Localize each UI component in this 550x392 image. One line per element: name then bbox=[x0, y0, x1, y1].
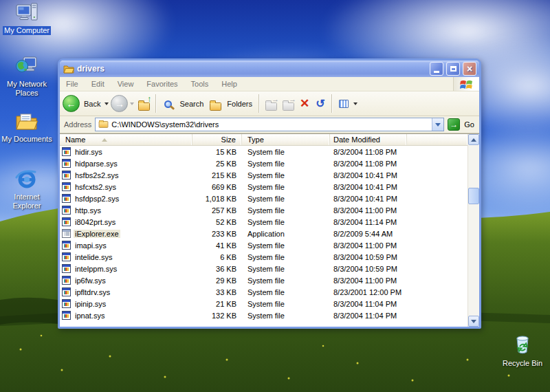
file-view: Name Size Type Date Modified hidir.sys15… bbox=[60, 133, 479, 327]
toolbar: ← Back → ↑ Search Folders → → ✕ bbox=[60, 91, 479, 116]
up-button[interactable]: ↑ bbox=[136, 97, 151, 111]
title-bar[interactable]: drivers × bbox=[60, 61, 479, 77]
scroll-up-button[interactable] bbox=[468, 134, 479, 145]
system-file-icon bbox=[62, 171, 71, 179]
scrollbar-track[interactable] bbox=[468, 145, 479, 316]
file-size: 15 KB bbox=[192, 148, 242, 156]
file-type: System file bbox=[242, 183, 330, 191]
back-dropdown-icon[interactable] bbox=[104, 102, 109, 105]
file-name-cell: i8042prt.sys bbox=[60, 217, 192, 226]
menu-item-file[interactable]: File bbox=[66, 80, 78, 88]
windows-logo-icon bbox=[460, 78, 474, 90]
scrollbar-thumb[interactable] bbox=[468, 188, 479, 204]
address-folder-icon bbox=[99, 121, 109, 128]
menu-item-view[interactable]: View bbox=[118, 80, 134, 88]
screen: My Computer My Network Places My Documen… bbox=[0, 0, 550, 392]
table-row[interactable]: ip6fw.sys29 KBSystem file8/3/2004 11:00 … bbox=[60, 274, 468, 286]
table-row[interactable]: imapi.sys41 KBSystem file8/3/2004 11:00 … bbox=[60, 239, 468, 251]
maximize-button[interactable] bbox=[446, 62, 460, 76]
menu-item-edit[interactable]: Edit bbox=[91, 80, 104, 88]
copy-arrow-icon: → bbox=[289, 96, 296, 103]
desktop-icon-internet-explorer[interactable]: Internet Explorer bbox=[0, 166, 54, 210]
table-row[interactable]: ipfltdrv.sys33 KBSystem file8/23/2001 12… bbox=[60, 286, 468, 298]
up-arrow-icon: ↑ bbox=[147, 94, 152, 103]
file-size: 669 KB bbox=[192, 183, 242, 191]
back-label: Back bbox=[84, 100, 100, 108]
table-row[interactable]: hsfdpsp2.sys1,018 KBSystem file8/3/2004 … bbox=[60, 193, 468, 204]
table-row[interactable]: i8042prt.sys52 KBSystem file8/3/2004 11:… bbox=[60, 216, 468, 228]
table-row[interactable]: hidir.sys15 KBSystem file8/3/2004 11:08 … bbox=[60, 146, 468, 157]
system-file-icon bbox=[62, 159, 71, 168]
table-row[interactable]: intelide.sys6 KBSystem file8/3/2004 10:5… bbox=[60, 251, 468, 263]
toolbar-separator bbox=[258, 94, 259, 113]
go-arrow-icon: → bbox=[450, 120, 458, 129]
table-row[interactable]: ipnat.sys132 KBSystem file8/3/2004 11:04… bbox=[60, 309, 468, 321]
copy-to-button[interactable]: → bbox=[280, 97, 296, 111]
delete-button[interactable]: ✕ bbox=[298, 98, 311, 109]
file-name: hidir.sys bbox=[74, 148, 104, 156]
forward-button[interactable]: → bbox=[111, 95, 128, 112]
back-button[interactable]: ← bbox=[63, 95, 80, 112]
sort-ascending-icon bbox=[102, 138, 107, 142]
column-header-size[interactable]: Size bbox=[192, 134, 242, 145]
details-view: Name Size Type Date Modified hidir.sys15… bbox=[60, 134, 468, 327]
system-file-icon bbox=[62, 287, 71, 296]
file-date-modified: 8/3/2004 10:59 PM bbox=[330, 253, 407, 261]
minimize-button[interactable] bbox=[430, 62, 443, 76]
column-header-label: Size bbox=[221, 135, 236, 144]
toolbar-separator bbox=[331, 94, 332, 113]
desktop-icon-my-network-places[interactable]: My Network Places bbox=[0, 55, 54, 98]
file-list: hidir.sys15 KBSystem file8/3/2004 11:08 … bbox=[60, 146, 468, 327]
file-name: ipnat.sys bbox=[74, 312, 106, 320]
file-name: i8042prt.sys bbox=[74, 218, 117, 226]
file-size: 233 KB bbox=[192, 230, 242, 238]
desktop-icon-my-computer[interactable]: My Computer bbox=[0, 1, 54, 35]
move-to-button[interactable]: → bbox=[263, 97, 278, 111]
file-date-modified: 8/3/2004 10:41 PM bbox=[330, 171, 407, 179]
views-dropdown-icon[interactable] bbox=[353, 102, 358, 105]
views-icon bbox=[339, 100, 349, 108]
file-type: System file bbox=[242, 300, 330, 308]
file-date-modified: 8/3/2004 11:04 PM bbox=[330, 300, 407, 308]
table-row[interactable]: hidparse.sys25 KBSystem file8/3/2004 11:… bbox=[60, 157, 468, 169]
column-header-name[interactable]: Name bbox=[60, 134, 192, 145]
desktop-icon-recycle-bin[interactable]: Recycle Bin bbox=[496, 333, 549, 368]
file-name-cell: intelppm.sys bbox=[60, 264, 192, 273]
views-button[interactable] bbox=[336, 97, 351, 111]
scroll-down-icon bbox=[471, 320, 476, 323]
menu-item-help[interactable]: Help bbox=[221, 80, 237, 88]
file-date-modified: 8/3/2004 10:41 PM bbox=[330, 195, 407, 203]
go-button[interactable]: → bbox=[448, 118, 460, 131]
table-row[interactable]: hsfbs2s2.sys215 KBSystem file8/3/2004 10… bbox=[60, 169, 468, 181]
file-name-cell: http.sys bbox=[60, 206, 192, 215]
table-row[interactable]: http.sys257 KBSystem file8/3/2004 11:00 … bbox=[60, 204, 468, 216]
file-type: System file bbox=[242, 148, 330, 156]
search-button[interactable] bbox=[160, 97, 175, 111]
internet-explorer-icon bbox=[14, 166, 39, 191]
undo-button[interactable]: ↺ bbox=[314, 98, 327, 109]
table-row[interactable]: intelppm.sys36 KBSystem file8/3/2004 10:… bbox=[60, 263, 468, 274]
close-button[interactable]: × bbox=[463, 62, 476, 76]
address-input[interactable]: C:\WINDOWS\system32\drivers bbox=[95, 118, 444, 131]
file-size: 29 KB bbox=[192, 276, 242, 285]
file-date-modified: 8/3/2004 10:41 PM bbox=[330, 183, 407, 191]
forward-dropdown-icon[interactable] bbox=[130, 102, 134, 105]
my-network-places-icon bbox=[15, 55, 38, 78]
desktop-icon-my-documents[interactable]: My Documents bbox=[0, 110, 54, 144]
file-type: System file bbox=[242, 195, 330, 203]
column-header-type[interactable]: Type bbox=[242, 134, 330, 145]
folders-button[interactable] bbox=[208, 97, 223, 111]
menu-item-tools[interactable]: Tools bbox=[191, 80, 209, 88]
file-date-modified: 8/3/2004 11:08 PM bbox=[330, 148, 407, 156]
go-label: Go bbox=[463, 120, 477, 129]
column-header-date-modified[interactable]: Date Modified bbox=[330, 134, 407, 145]
table-row[interactable]: ipinip.sys21 KBSystem file8/3/2004 11:04… bbox=[60, 298, 468, 309]
address-dropdown-button[interactable] bbox=[432, 118, 443, 131]
folders-label: Folders bbox=[227, 100, 252, 108]
table-row[interactable]: iExplorer.exe233 KBApplication8/2/2009 5… bbox=[60, 228, 468, 239]
table-row[interactable]: hsfcxts2.sys669 KBSystem file8/3/2004 10… bbox=[60, 181, 468, 193]
vertical-scrollbar[interactable] bbox=[468, 134, 479, 327]
system-file-icon bbox=[62, 252, 71, 261]
scroll-down-button[interactable] bbox=[468, 316, 479, 327]
menu-item-favorites[interactable]: Favorites bbox=[146, 80, 177, 88]
